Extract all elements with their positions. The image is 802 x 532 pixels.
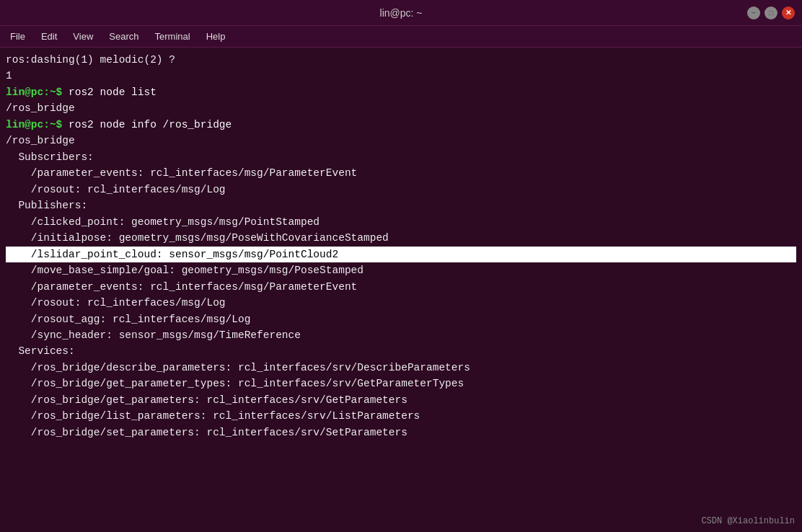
line-2: 1 <box>6 68 796 84</box>
line-23: /ros_bridge/list_parameters: rcl_interfa… <box>6 408 796 424</box>
terminal-body[interactable]: ros:dashing(1) melodic(2) ? 1 lin@pc:~$ … <box>0 48 802 445</box>
line-12: /initialpose: geometry_msgs/msg/PoseWith… <box>6 230 796 246</box>
menu-search[interactable]: Search <box>102 30 146 43</box>
line-4: /ros_bridge <box>6 100 796 116</box>
menu-file[interactable]: File <box>3 30 32 43</box>
terminal-container: ros:dashing(1) melodic(2) ? 1 lin@pc:~$ … <box>0 48 802 532</box>
minimize-button[interactable]: − <box>747 6 760 19</box>
line-14: /move_base_simple/goal: geometry_msgs/ms… <box>6 262 796 278</box>
prompt-1: lin@pc:~$ <box>6 87 69 98</box>
line-5: lin@pc:~$ ros2 node info /ros_bridge <box>6 117 796 133</box>
line-17: /rosout_agg: rcl_interfaces/msg/Log <box>6 311 796 327</box>
line-13-highlight: /lslidar_point_cloud: sensor_msgs/msg/Po… <box>6 247 796 262</box>
line-18: /sync_header: sensor_msgs/msg/TimeRefere… <box>6 327 796 343</box>
terminal-window: lin@pc: ~ − □ ✕ File Edit View Search Te… <box>0 0 802 532</box>
menu-terminal[interactable]: Terminal <box>148 30 198 43</box>
line-7: Subscribers: <box>6 149 796 165</box>
line-16: /rosout: rcl_interfaces/msg/Log <box>6 295 796 311</box>
line-19: Services: <box>6 343 796 359</box>
menu-edit[interactable]: Edit <box>34 30 64 43</box>
line-8: /parameter_events: rcl_interfaces/msg/Pa… <box>6 165 796 181</box>
title-bar: lin@pc: ~ − □ ✕ <box>0 0 802 26</box>
cmd-2: ros2 node info /ros_bridge <box>69 119 232 130</box>
prompt-2: lin@pc:~$ <box>6 119 69 130</box>
line-20: /ros_bridge/describe_parameters: rcl_int… <box>6 360 796 376</box>
line-3: lin@pc:~$ ros2 node list <box>6 84 796 100</box>
line-24: /ros_bridge/set_parameters: rcl_interfac… <box>6 425 796 440</box>
cmd-1: ros2 node list <box>69 87 157 98</box>
line-21: /ros_bridge/get_parameter_types: rcl_int… <box>6 376 796 391</box>
window-controls: − □ ✕ <box>747 6 795 19</box>
line-9: /rosout: rcl_interfaces/msg/Log <box>6 182 796 198</box>
menu-help[interactable]: Help <box>199 30 233 43</box>
window-title: lin@pc: ~ <box>380 7 423 19</box>
maximize-button[interactable]: □ <box>764 6 777 19</box>
close-button[interactable]: ✕ <box>782 6 795 19</box>
menu-bar: File Edit View Search Terminal Help <box>0 26 802 48</box>
line-11: /clicked_point: geometry_msgs/msg/PointS… <box>6 214 796 230</box>
line-22: /ros_bridge/get_parameters: rcl_interfac… <box>6 392 796 408</box>
watermark: CSDN @Xiaolinbulin <box>701 516 795 526</box>
line-15: /parameter_events: rcl_interfaces/msg/Pa… <box>6 279 796 295</box>
line-6: /ros_bridge <box>6 133 796 148</box>
menu-view[interactable]: View <box>66 30 100 43</box>
line-10: Publishers: <box>6 198 796 213</box>
line-1: ros:dashing(1) melodic(2) ? <box>6 52 796 68</box>
